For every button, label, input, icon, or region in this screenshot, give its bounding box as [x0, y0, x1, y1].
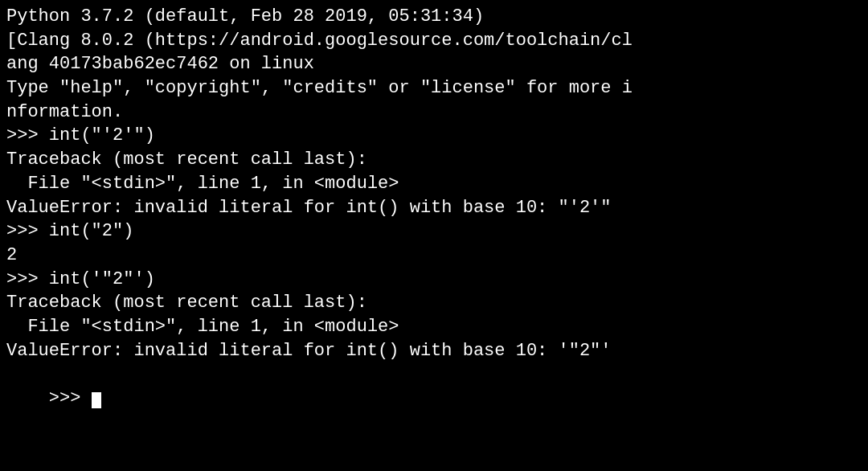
prompt-text: >>> — [49, 388, 92, 408]
input-line: >>> int("2") — [6, 219, 862, 244]
output-line: ValueError: invalid literal for int() wi… — [6, 339, 862, 363]
input-line: >>> int('"2"') — [6, 268, 862, 292]
prompt-line[interactable]: >>> — [6, 362, 862, 434]
output-line: File "<stdin>", line 1, in <module> — [6, 172, 862, 196]
terminal-cursor — [92, 392, 101, 408]
output-line: [Clang 8.0.2 (https://android.googlesour… — [6, 29, 862, 53]
output-line: 2 — [6, 244, 862, 268]
output-line: Type "help", "copyright", "credits" or "… — [6, 76, 862, 100]
output-line: Traceback (most recent call last): — [6, 291, 862, 315]
output-line: Python 3.7.2 (default, Feb 28 2019, 05:3… — [6, 5, 862, 29]
output-line: File "<stdin>", line 1, in <module> — [6, 315, 862, 339]
output-line: Traceback (most recent call last): — [6, 148, 862, 172]
output-line: ang 40173bab62ec7462 on linux — [6, 52, 862, 76]
terminal-window[interactable]: Python 3.7.2 (default, Feb 28 2019, 05:3… — [0, 0, 868, 471]
output-line: nformation. — [6, 100, 862, 125]
input-line: >>> int("'2'") — [6, 124, 862, 148]
output-line: ValueError: invalid literal for int() wi… — [6, 196, 862, 220]
